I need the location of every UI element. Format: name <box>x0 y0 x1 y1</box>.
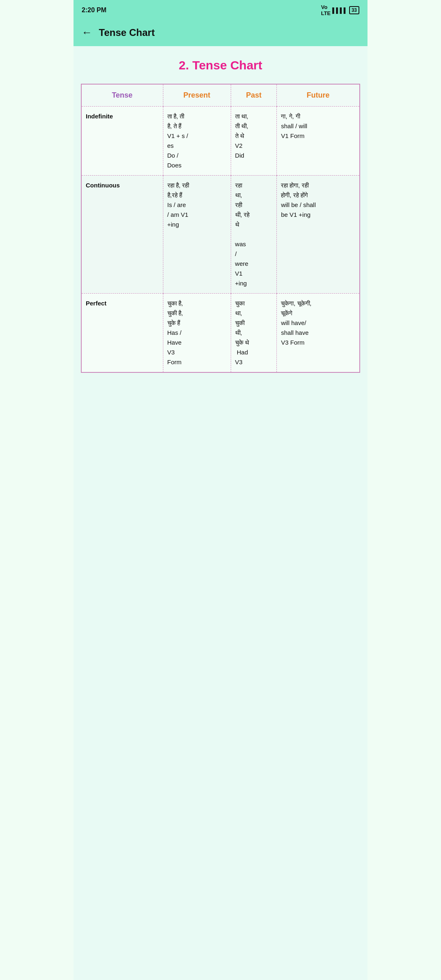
page-title: Tense Chart <box>99 27 155 38</box>
perfect-present: चुका है,चुकी है,चुके हैंHas /HaveV3Form <box>163 293 231 372</box>
tense-label-perfect: Perfect <box>81 293 163 372</box>
continuous-future: रहा होगा, रहीहोगी, रहे होंगेwill be / sh… <box>277 175 360 293</box>
perfect-future: चुकेगा, चूकेगी,चूकेंगेwill have/shall ha… <box>277 293 360 372</box>
table-row-perfect: Perfect चुका है,चुकी है,चुके हैंHas /Hav… <box>81 293 360 372</box>
perfect-past: चुकाथा,चुकीथी,चुके थे HadV3 <box>231 293 277 372</box>
indefinite-present: ता है, तीहै, ते हैंV1 + s /esDo /Does <box>163 106 231 175</box>
chart-title: 2. Tense Chart <box>81 58 360 72</box>
tense-chart-table: Tense Present Past Future Indefinite ता … <box>81 84 360 373</box>
continuous-past: रहाथा,रहीथी, रहेथेwas/wereV1+ing <box>231 175 277 293</box>
status-bar: 2:20 PM VoLTE ▌▌▌▌ 33 <box>74 0 368 20</box>
battery-indicator: 33 <box>349 6 359 14</box>
back-button[interactable]: ← <box>82 26 92 39</box>
status-icons: VoLTE ▌▌▌▌ 33 <box>321 4 359 16</box>
header-future: Future <box>277 84 360 106</box>
table-header-row: Tense Present Past Future <box>81 84 360 106</box>
top-bar: ← Tense Chart <box>74 20 368 46</box>
header-tense: Tense <box>81 84 163 106</box>
main-content: 2. Tense Chart Tense Present Past Future… <box>74 46 368 980</box>
signal-bars: ▌▌▌▌ <box>332 7 347 13</box>
header-present: Present <box>163 84 231 106</box>
table-row-indefinite: Indefinite ता है, तीहै, ते हैंV1 + s /es… <box>81 106 360 175</box>
status-time: 2:20 PM <box>82 7 106 14</box>
indefinite-future: गा, गे, गीshall / willV1 Form <box>277 106 360 175</box>
tense-label-indefinite: Indefinite <box>81 106 163 175</box>
tense-label-continuous: Continuous <box>81 175 163 293</box>
vo-lte-icon: VoLTE <box>321 4 331 16</box>
table-row-continuous: Continuous रहा है, रहीहै,रहे हैंIs / are… <box>81 175 360 293</box>
continuous-present: रहा है, रहीहै,रहे हैंIs / are/ am V1+ing <box>163 175 231 293</box>
indefinite-past: ता था,ती थी,ते थेV2Did <box>231 106 277 175</box>
header-past: Past <box>231 84 277 106</box>
